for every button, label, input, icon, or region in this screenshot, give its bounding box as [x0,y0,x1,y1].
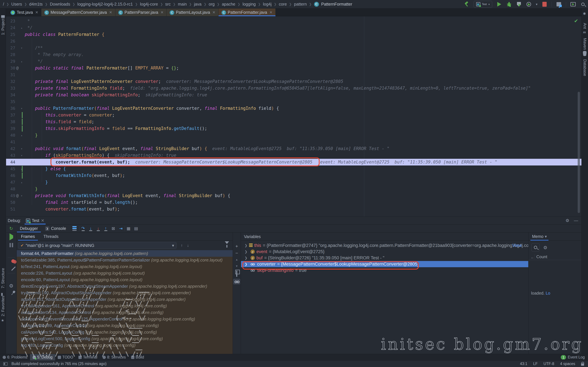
line-number[interactable]: 23 [6,18,15,25]
breadcrumb-item[interactable]: src [165,2,171,7]
code-line[interactable]: 34 private final boolean skipFormattingI… [6,92,581,98]
evaluate-expression-icon[interactable]: ▦ [125,225,132,232]
inspections-ok-icon[interactable]: ✔ [574,18,578,24]
show-watches-icon[interactable]: oo [233,279,240,284]
breadcrumb-item[interactable]: java [194,2,201,7]
frame-row[interactable]: encode:226, PatternLayout (org.apache.lo… [17,270,233,276]
code-line[interactable]: 28 * The empty array. [6,51,581,58]
sidebar-item-project[interactable]: 1: Project [1,18,5,35]
fold-icon[interactable]: ▴ [19,25,24,31]
line-number[interactable]: 34 [6,92,15,98]
line-number[interactable]: 45 [6,166,15,172]
fold-icon[interactable]: ▾ [19,145,24,152]
code-line[interactable]: 49@▾ private void formatWithInfo(final L… [6,192,581,199]
breadcrumb-item[interactable]: core [279,2,287,7]
line-number[interactable]: 27 [6,45,15,51]
code-line[interactable]: 26 [6,38,581,45]
rerun-icon[interactable]: ↻ [8,226,14,231]
run-configuration-select[interactable]: Test ▾ [474,1,492,8]
code-line[interactable]: 48 } [6,186,581,192]
indent-setting[interactable]: 4 spaces [560,362,575,366]
line-number[interactable]: 37 [6,112,15,118]
frame-row[interactable]: toSerializable:385, PatternLayout$Patter… [17,257,233,263]
fold-icon[interactable]: ▾ [19,105,24,112]
line-number[interactable]: 39 [6,125,15,132]
filter-frames-icon[interactable] [225,244,229,247]
toolwindow-button-todo[interactable]: TODO [55,354,76,360]
memory-settings-icon[interactable]: ⚙ [543,245,547,250]
editor-tab[interactable]: CPatternParser.java✕ [115,8,167,16]
line-number[interactable]: 29 [6,58,15,65]
fold-icon[interactable]: ▴ [19,166,24,172]
pause-icon[interactable] [9,243,13,247]
close-icon[interactable]: ✕ [212,10,215,15]
duplicate-watch-icon[interactable] [236,271,237,276]
step-into-icon[interactable]: ↓ [87,225,95,232]
breadcrumb-item[interactable]: log4j-core [140,2,158,7]
breadcrumb-item[interactable]: pattern [294,2,307,7]
file-encoding[interactable]: UTF-8 [544,362,554,366]
line-number[interactable]: 26 [6,38,15,45]
close-icon[interactable]: ✕ [109,10,112,15]
frame-row[interactable]: callAppenders:542, LoggerConfig (org.apa… [17,329,233,335]
variable-row[interactable]: ❯ooconverter = {MessagePatternConverter$… [241,261,528,267]
build-hammer-icon[interactable] [464,1,469,7]
run-button[interactable] [496,1,502,7]
code-line[interactable]: 36▾ public PatternFormatter(final LogEve… [6,105,581,112]
code-line[interactable]: 29▴ */ [6,58,581,65]
fold-icon[interactable]: ▴ [19,58,24,65]
line-number[interactable]: 46 [6,172,15,179]
line-number[interactable]: 48 [6,186,15,192]
expand-chevron-icon[interactable]: ❯ [245,243,247,247]
move-up-icon[interactable]: ▲ [235,258,238,261]
memory-search-button[interactable] [531,243,540,251]
tab-frames[interactable]: Frames [17,233,39,241]
sidebar-item-database[interactable]: Database [583,59,587,76]
frame-row[interactable]: callAppender0:134, AppenderControl (org.… [17,309,233,316]
breadcrumb-item[interactable]: d4m1ts [29,2,43,7]
line-number[interactable]: 36 [6,105,15,112]
load-classes-link[interactable]: Lo [546,291,550,295]
line-number[interactable]: 50 [6,199,15,206]
move-down-icon[interactable]: ▼ [235,265,238,268]
editor-tab[interactable]: CPatternLayout.java✕ [167,8,218,16]
code-line[interactable]: 37 this.converter = converter; [6,112,581,118]
line-number[interactable]: 33 [6,85,15,92]
close-icon[interactable]: ✕ [41,218,44,223]
frame-row[interactable]: encode:60, PatternLayout (org.apache.log… [17,276,233,283]
close-icon[interactable]: ✕ [160,10,164,15]
toolwindow-button-problems[interactable]: 6: Problems [0,354,30,360]
code-line[interactable]: 23 * [6,18,581,25]
profiler-dropdown-icon[interactable]: ▾ [536,2,537,6]
frame-row[interactable]: callAppenderPreventRecursion:125, Append… [17,316,233,322]
sidebar-item-ant[interactable]: Ant [583,23,587,29]
readonly-lock-icon[interactable] [581,363,584,366]
close-icon[interactable]: ✕ [35,10,38,15]
code-line[interactable]: 31 [6,71,581,78]
fold-icon[interactable]: ▴ [19,179,24,186]
code-line[interactable]: 50 final int startField = buf.length(); [6,199,581,206]
line-number[interactable]: 43 [6,152,15,159]
breadcrumb-item[interactable]: log4j [263,2,272,7]
frame-row[interactable]: processLogEvent:500, LoggerConfig (org.a… [17,335,233,342]
run-anything-icon[interactable] [570,1,576,7]
editor-tab[interactable]: CMessagePatternConverter.java✕ [41,8,115,16]
toolwindow-button-build[interactable]: Build [129,354,147,360]
hide-panel-icon[interactable]: — [574,218,578,223]
expand-chevron-icon[interactable]: ❯ [245,262,249,266]
tab-debugger[interactable]: Debugger [16,225,42,232]
tab-threads[interactable]: Threads [39,233,63,241]
search-everywhere-icon[interactable] [580,1,586,7]
code-line[interactable]: 38 this.field = field; [6,118,581,125]
code-line[interactable]: 39 this.skipFormattingInfo = field == Fo… [6,125,581,132]
code-editor[interactable]: 23 *24▴ */25public class PatternFormatte… [6,17,581,217]
variable-row[interactable]: ❯pbuf = {StringBuilder@2726} "11:35:39.0… [241,255,528,261]
breadcrumb-item[interactable]: Downloads [50,2,70,7]
breadcrumb-item[interactable]: logging-log4j2-log4j-2.15.0-rc1 [78,2,133,7]
settings-gear-icon[interactable]: ⚙ [565,218,569,223]
variable-row[interactable]: ❯pevent = {MutableLogEvent@2725} [241,249,528,255]
fold-icon[interactable]: ▾ [19,45,24,51]
frame-row[interactable]: tryAppend:190, AbstractOutputStreamAppen… [17,290,233,296]
toolwindow-button-services[interactable]: 8: Services [100,354,129,360]
run-to-cursor-icon[interactable]: ⇥ [117,225,125,232]
